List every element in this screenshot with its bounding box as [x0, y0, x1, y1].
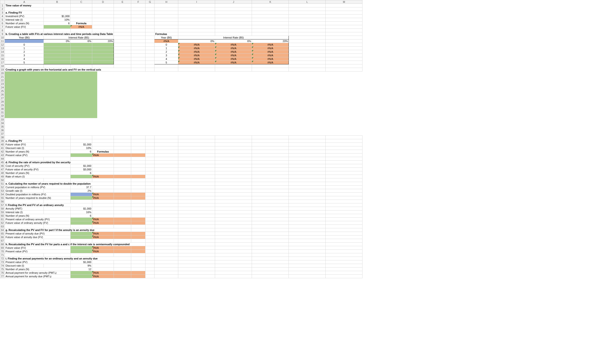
cell[interactable] — [145, 171, 155, 175]
cell[interactable] — [70, 11, 92, 15]
cell[interactable] — [114, 214, 131, 218]
cell[interactable] — [145, 182, 155, 186]
cell[interactable] — [252, 68, 289, 72]
cell[interactable] — [145, 68, 155, 72]
cell[interactable] — [155, 182, 178, 186]
row-header[interactable]: 31 — [0, 111, 5, 114]
cell[interactable] — [215, 214, 252, 218]
cell[interactable] — [92, 260, 114, 264]
cell[interactable] — [326, 225, 362, 228]
cell[interactable] — [92, 43, 114, 47]
row-header[interactable]: 51 — [0, 182, 5, 186]
cell[interactable] — [178, 154, 215, 157]
cell[interactable] — [114, 178, 131, 182]
cell[interactable] — [178, 232, 215, 235]
cell[interactable] — [92, 225, 114, 228]
cell[interactable] — [252, 193, 289, 196]
cell[interactable] — [326, 228, 362, 232]
row-header[interactable]: 50 — [0, 178, 5, 182]
cell[interactable] — [326, 50, 362, 54]
row-header[interactable]: 30 — [0, 107, 5, 111]
row-header[interactable]: 6 — [0, 22, 5, 25]
cell[interactable]: 2 — [5, 50, 44, 54]
cell[interactable]: Present value (PV) — [5, 260, 71, 264]
cell[interactable] — [114, 29, 131, 32]
cell[interactable] — [155, 186, 178, 189]
cell[interactable] — [289, 68, 326, 72]
cell[interactable] — [326, 196, 362, 200]
cell[interactable] — [289, 32, 326, 36]
cell[interactable] — [289, 40, 326, 43]
cell[interactable] — [114, 225, 131, 228]
cell[interactable]: #N/A — [92, 232, 114, 235]
cell[interactable] — [145, 225, 155, 228]
cell[interactable]: Present value of ordinary annuity (PV) — [5, 218, 71, 221]
cell[interactable] — [252, 15, 289, 18]
cell[interactable] — [215, 182, 252, 186]
cell[interactable] — [70, 221, 92, 225]
row-header[interactable]: 45 — [0, 161, 5, 164]
cell[interactable] — [114, 218, 131, 221]
row-header[interactable]: 9 — [0, 32, 5, 36]
cell[interactable]: 6% — [215, 40, 252, 43]
cell[interactable] — [326, 171, 362, 175]
spreadsheet-grid[interactable]: A B C D E F G H I J K L M 1Time value of… — [0, 0, 362, 278]
cell[interactable] — [70, 157, 92, 161]
cell[interactable] — [92, 207, 114, 210]
cell[interactable] — [70, 29, 92, 32]
cell[interactable] — [114, 4, 131, 7]
cell[interactable]: #N/A — [92, 193, 114, 196]
cell[interactable]: 6% — [70, 40, 92, 43]
cell[interactable] — [92, 203, 114, 207]
cell[interactable] — [289, 143, 326, 146]
cell[interactable] — [114, 200, 131, 203]
row-header[interactable]: 11 — [0, 40, 5, 43]
cell[interactable]: h. Recalculating the PV and the FV for p… — [5, 243, 145, 246]
cell[interactable] — [215, 178, 252, 182]
cell[interactable]: #N/A — [215, 43, 252, 47]
cell[interactable] — [114, 154, 131, 157]
cell[interactable]: #N/A — [92, 250, 114, 253]
cell[interactable] — [155, 22, 178, 25]
col-header-J[interactable]: J — [215, 0, 252, 4]
row-header[interactable]: 76 — [0, 271, 5, 275]
cell[interactable] — [92, 164, 114, 168]
cell[interactable] — [215, 139, 252, 143]
cell[interactable] — [155, 168, 178, 171]
cell[interactable] — [215, 22, 252, 25]
cell[interactable] — [145, 64, 155, 68]
cell[interactable]: 37.7 — [70, 186, 92, 189]
cell[interactable] — [155, 225, 178, 228]
cell[interactable] — [145, 4, 155, 7]
cell[interactable] — [252, 164, 289, 168]
cell[interactable] — [289, 225, 326, 228]
cell[interactable] — [252, 150, 289, 154]
cell[interactable] — [289, 189, 326, 193]
cell[interactable]: 0 — [155, 43, 178, 47]
cell[interactable] — [289, 196, 326, 200]
cell[interactable] — [114, 264, 131, 267]
cell[interactable] — [155, 171, 178, 175]
cell[interactable] — [131, 203, 145, 207]
cell[interactable] — [131, 264, 145, 267]
cell[interactable]: #N/A — [92, 196, 114, 200]
cell[interactable] — [215, 171, 252, 175]
cell[interactable] — [178, 207, 215, 210]
cell[interactable]: 12 — [70, 267, 92, 271]
cell[interactable] — [145, 47, 155, 50]
cell[interactable] — [114, 25, 131, 29]
cell[interactable] — [114, 22, 131, 25]
cell[interactable] — [155, 150, 178, 154]
cell[interactable]: Time value of money — [5, 4, 71, 7]
cell[interactable] — [145, 232, 155, 235]
cell[interactable] — [326, 32, 362, 36]
cell[interactable] — [44, 54, 70, 57]
cell[interactable] — [215, 68, 252, 72]
cell[interactable] — [114, 175, 131, 178]
cell[interactable] — [178, 267, 215, 271]
row-header[interactable]: 63 — [0, 225, 5, 228]
cell[interactable] — [114, 7, 131, 11]
cell[interactable] — [289, 267, 326, 271]
cell[interactable] — [145, 157, 155, 161]
cell[interactable] — [114, 150, 131, 154]
